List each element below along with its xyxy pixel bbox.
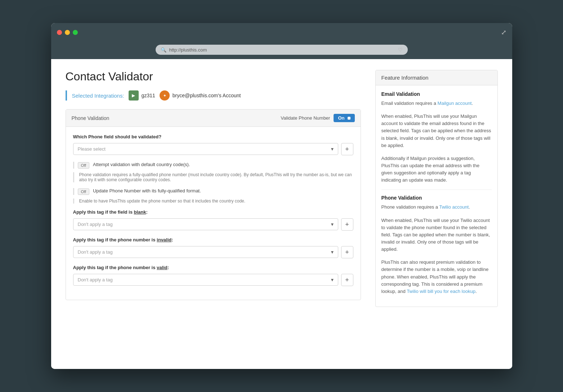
close-button[interactable] (57, 30, 62, 35)
phone-field-select-row: Please select ▼ + (73, 143, 353, 155)
phone-field-select-wrapper: Please select ▼ (73, 143, 338, 155)
card-body: Which Phone field should be validated? P… (66, 127, 361, 300)
content-area: Contact Validator Selected Integrations:… (51, 59, 512, 369)
feature-info-body: Email Validation Email validation requir… (376, 85, 497, 307)
phone-validation-card: Phone Validation Validate Phone Number O… (66, 109, 361, 300)
integration-name-1: gz311 (142, 93, 155, 98)
blank-tag-row: Don't apply a tag ▼ + (73, 218, 353, 231)
hint-text-1: Phone validation requires a fully-qualif… (73, 172, 353, 182)
blank-tag-wrapper: Don't apply a tag ▼ (73, 218, 338, 231)
search-icon: 🔍 (161, 47, 166, 53)
email-validation-title: Email Validation (381, 91, 492, 97)
toggle2-desc: Update Phone Number with its fully-quali… (93, 188, 201, 193)
integration-item-1: ▶ gz311 (129, 90, 155, 101)
maximize-button[interactable] (73, 30, 78, 35)
integration-icon-infusionsoft: ✦ (160, 90, 170, 101)
invalid-field-label: Apply this tag if the phone number is in… (73, 237, 353, 242)
selected-integrations: Selected Integrations: ▶ gz311 ✦ bryce@p… (66, 90, 361, 101)
valid-tag-add-button[interactable]: + (341, 274, 353, 286)
hint-text-2: Enable to have PlusThis update the phone… (73, 199, 353, 204)
valid-field-label: Apply this tag if the phone number is va… (73, 265, 353, 270)
blank-tag-select[interactable]: Don't apply a tag (73, 218, 338, 230)
address-bar[interactable]: 🔍 http://plusthis.com ♡ (156, 45, 408, 55)
titlebar: ⤢ (51, 23, 512, 42)
integration-icon-keap: ▶ (129, 90, 139, 101)
section-divider (381, 190, 492, 190)
which-field-label: Which Phone field should be validated? (73, 134, 353, 139)
valid-tag-select[interactable]: Don't apply a tag (73, 274, 338, 286)
card-header: Phone Validation Validate Phone Number O… (66, 110, 361, 127)
page-title: Contact Validator (66, 70, 361, 83)
favorite-icon[interactable]: ♡ (398, 47, 403, 53)
feature-info-box: Feature Information Email Validation Ema… (375, 70, 498, 307)
integration-name-2: bryce@plusthis.com's Account (173, 93, 241, 98)
valid-tag-row: Don't apply a tag ▼ + (73, 274, 353, 286)
minimize-button[interactable] (65, 30, 70, 35)
phone-field-add-button[interactable]: + (341, 143, 353, 155)
mailgun-link[interactable]: Mailgun account (438, 101, 472, 106)
invalid-tag-add-button[interactable]: + (341, 246, 353, 258)
card-header-right: Validate Phone Number On (281, 114, 354, 122)
email-validation-text1: Email validation requires a Mailgun acco… (381, 100, 492, 107)
valid-tag-wrapper: Don't apply a tag ▼ (73, 274, 338, 286)
sidebar: Feature Information Email Validation Ema… (375, 70, 498, 358)
update-phone-toggle[interactable]: Off (78, 188, 89, 195)
invalid-tag-wrapper: Don't apply a tag ▼ (73, 246, 338, 258)
address-bar-row: 🔍 http://plusthis.com ♡ (51, 42, 512, 59)
valid-underline: valid (157, 265, 167, 270)
integrations-label: Selected Integrations: (72, 93, 124, 99)
validate-label: Validate Phone Number (281, 115, 330, 121)
toggle-row-1: Off Attempt validation with default coun… (73, 162, 353, 169)
blank-tag-add-button[interactable]: + (341, 218, 353, 231)
invalid-underline: invalid (157, 237, 171, 242)
traffic-lights (57, 30, 78, 35)
fullscreen-icon[interactable]: ⤢ (501, 28, 506, 36)
blank-field-label: Apply this tag if the field is blank: (73, 209, 353, 215)
url-text: http://plusthis.com (169, 47, 395, 53)
blank-underline: blank (134, 209, 146, 215)
invalid-tag-row: Don't apply a tag ▼ + (73, 246, 353, 258)
card-title: Phone Validation (72, 115, 110, 121)
main-window: ⤢ 🔍 http://plusthis.com ♡ Contact Valida… (51, 23, 512, 369)
main-panel: Contact Validator Selected Integrations:… (66, 70, 361, 358)
twilio-link[interactable]: Twilio account (439, 204, 469, 210)
toggle-row-2: Off Update Phone Number with its fully-q… (73, 188, 353, 195)
toggle1-desc: Attempt validation with default country … (93, 162, 190, 167)
country-code-toggle[interactable]: Off (78, 162, 89, 169)
phone-validation-title: Phone Validation (381, 195, 492, 201)
twilio-billing-link[interactable]: Twilio will bill you for each lookup (407, 289, 475, 294)
phone-validation-text3: PlusThis can also request premium valida… (381, 259, 492, 295)
email-validation-text2: When enabled, PlusThis will use your Mai… (381, 113, 492, 149)
invalid-tag-select[interactable]: Don't apply a tag (73, 246, 338, 258)
email-validation-text3: Additionally if Mailgun provides a sugge… (381, 155, 492, 184)
integration-item-2: ✦ bryce@plusthis.com's Account (160, 90, 241, 101)
phone-validation-text2: When enabled, PlusThis will use your Twi… (381, 217, 492, 253)
phone-field-select[interactable]: Please select (73, 143, 338, 155)
phone-validation-text1: Phone validation requires a Twilio accou… (381, 204, 492, 211)
feature-info-header: Feature Information (376, 70, 497, 85)
validate-toggle-on[interactable]: On (334, 114, 354, 122)
